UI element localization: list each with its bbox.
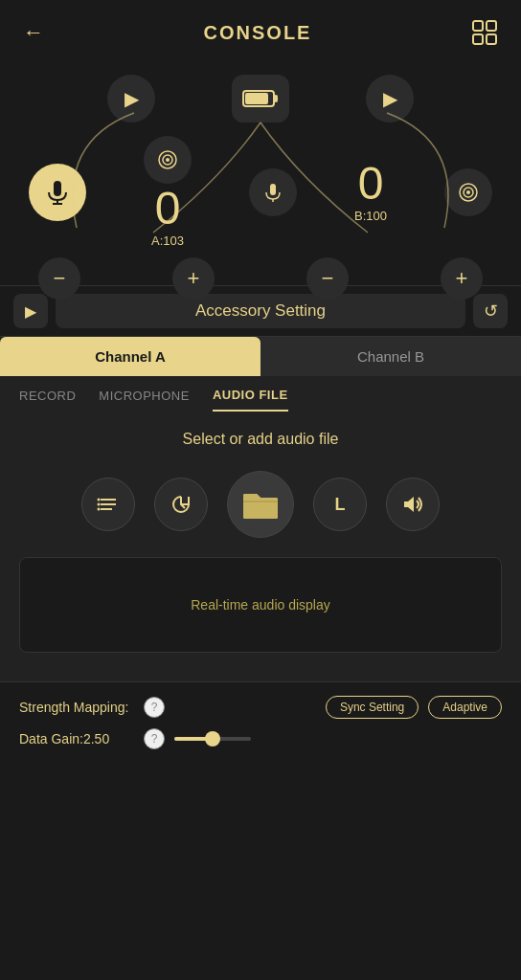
svg-rect-13 bbox=[270, 184, 276, 195]
battery-indicator bbox=[232, 75, 289, 122]
svg-point-12 bbox=[166, 158, 170, 162]
data-gain-label: Data Gain:2.50 bbox=[19, 731, 134, 746]
tab-audio-file[interactable]: AUDIO FILE bbox=[213, 388, 288, 412]
grid-icon bbox=[471, 19, 498, 46]
tab-record[interactable]: RECORD bbox=[19, 389, 76, 411]
svg-point-21 bbox=[98, 499, 101, 501]
folder-icon bbox=[241, 488, 280, 521]
header: ← CONSOLE bbox=[0, 0, 521, 65]
center-mic-icon bbox=[263, 183, 283, 202]
middle-row: 0 A:103 0 B:100 bbox=[0, 136, 521, 248]
waveform-display: Real-time audio display bbox=[19, 557, 502, 653]
svg-rect-1 bbox=[487, 21, 496, 31]
grid-button[interactable] bbox=[467, 15, 502, 50]
adaptive-button[interactable]: Adaptive bbox=[428, 696, 502, 719]
mixer-section: ▶ ▶ bbox=[0, 65, 521, 285]
center-mic-button[interactable] bbox=[249, 168, 297, 216]
channel-b-minus-button[interactable]: − bbox=[306, 257, 349, 300]
page-title: CONSOLE bbox=[204, 22, 312, 44]
channel-a-value: 0 bbox=[155, 186, 181, 232]
svg-point-17 bbox=[466, 190, 470, 194]
history-button[interactable] bbox=[154, 478, 208, 531]
sub-tabs: RECORD MICROPHONE AUDIO FILE bbox=[0, 376, 521, 412]
tab-microphone[interactable]: MICROPHONE bbox=[99, 389, 190, 411]
svg-rect-3 bbox=[487, 34, 496, 44]
tab-channel-a[interactable]: Channel A bbox=[0, 337, 260, 376]
channel-a-label: A:103 bbox=[151, 234, 184, 248]
left-fingerprint-button[interactable] bbox=[144, 136, 192, 184]
right-play-button[interactable]: ▶ bbox=[366, 75, 414, 122]
channel-a-minus-button[interactable]: − bbox=[38, 257, 80, 300]
svg-rect-5 bbox=[274, 95, 278, 102]
battery-icon bbox=[242, 88, 279, 109]
channel-a-block: 0 A:103 bbox=[144, 136, 192, 248]
list-icon bbox=[97, 493, 120, 516]
data-gain-help[interactable]: ? bbox=[144, 728, 165, 749]
fingerprint-right-icon bbox=[458, 182, 479, 203]
channel-tabs: Channel A Channel B bbox=[0, 337, 521, 376]
svg-rect-6 bbox=[245, 93, 268, 104]
slider-track[interactable] bbox=[174, 737, 251, 741]
label-button[interactable]: L bbox=[313, 478, 367, 531]
audio-controls-row: L bbox=[19, 471, 502, 538]
volume-button[interactable] bbox=[386, 478, 440, 531]
list-button[interactable] bbox=[81, 478, 135, 531]
svg-rect-2 bbox=[473, 34, 483, 44]
tab-channel-b[interactable]: Channel B bbox=[260, 337, 521, 376]
left-mic-button[interactable] bbox=[29, 164, 86, 221]
top-row: ▶ ▶ bbox=[107, 75, 414, 122]
fingerprint-left-icon bbox=[157, 149, 178, 170]
strength-mapping-row: Strength Mapping: ? Sync Setting Adaptiv… bbox=[19, 696, 502, 719]
sync-setting-button[interactable]: Sync Setting bbox=[326, 696, 419, 719]
bottom-settings: Strength Mapping: ? Sync Setting Adaptiv… bbox=[0, 681, 521, 772]
svg-point-23 bbox=[98, 508, 101, 511]
select-audio-text: Select or add audio file bbox=[19, 431, 502, 448]
waveform-text: Real-time audio display bbox=[191, 597, 330, 612]
right-fingerprint-button[interactable] bbox=[444, 168, 492, 216]
volume-icon bbox=[401, 493, 424, 516]
folder-button[interactable] bbox=[227, 471, 294, 538]
channel-a-plus-button[interactable]: + bbox=[172, 257, 215, 300]
slider-thumb[interactable] bbox=[205, 731, 220, 746]
left-play-button[interactable]: ▶ bbox=[107, 75, 155, 122]
svg-marker-24 bbox=[404, 497, 414, 512]
data-gain-row: Data Gain:2.50 ? bbox=[19, 728, 502, 749]
strength-mapping-help[interactable]: ? bbox=[144, 697, 165, 718]
history-icon bbox=[170, 493, 193, 516]
svg-rect-0 bbox=[473, 21, 483, 31]
svg-point-22 bbox=[98, 503, 101, 506]
mic-active-icon bbox=[44, 179, 71, 206]
bottom-controls: − + − + bbox=[0, 248, 521, 309]
strength-mapping-label: Strength Mapping: bbox=[19, 700, 134, 715]
data-gain-slider-container bbox=[174, 737, 502, 741]
channel-b-block: 0 B:100 bbox=[354, 161, 387, 223]
channel-b-value: 0 bbox=[358, 161, 384, 207]
channel-b-label: B:100 bbox=[354, 209, 387, 223]
svg-rect-7 bbox=[54, 181, 61, 196]
back-button[interactable]: ← bbox=[19, 16, 48, 49]
channel-b-plus-button[interactable]: + bbox=[441, 257, 483, 300]
content-area: Select or add audio file bbox=[0, 412, 521, 681]
